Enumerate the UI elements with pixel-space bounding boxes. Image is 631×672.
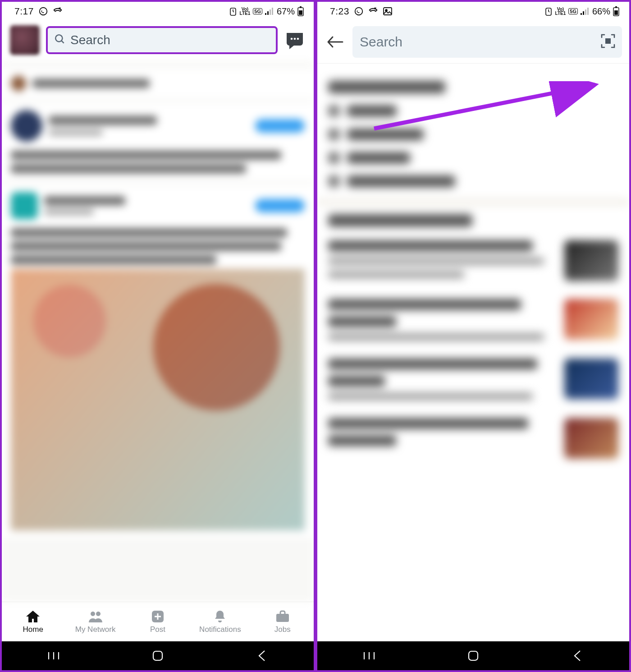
battery-icon	[613, 6, 619, 16]
android-recent-button[interactable]	[358, 651, 380, 660]
android-home-button[interactable]	[147, 650, 169, 662]
search-placeholder: Search	[360, 34, 402, 50]
nav-jobs[interactable]: Jobs	[251, 602, 314, 641]
svg-rect-16	[276, 614, 289, 622]
volte-icon: Vo)LTE1	[240, 7, 251, 15]
status-time: 7:23	[330, 6, 349, 17]
bottom-nav: Home My Network Post Notifications Jobs	[2, 602, 314, 641]
svg-rect-2	[265, 13, 266, 15]
network-icon	[87, 610, 104, 623]
nav-jobs-label: Jobs	[274, 625, 291, 634]
gallery-icon	[383, 7, 393, 16]
svg-rect-30	[614, 10, 618, 15]
svg-point-11	[294, 38, 296, 40]
android-nav-bar	[2, 641, 314, 670]
phone-screenshot-left: 7:17 Vo)LTE1 5G 67%	[0, 0, 316, 672]
whatsapp-icon	[38, 6, 48, 16]
bell-icon	[212, 610, 228, 623]
status-bar: 7:17 Vo)LTE1 5G 67%	[2, 2, 314, 21]
signal-icon	[265, 8, 274, 15]
messaging-icon[interactable]	[284, 31, 306, 49]
battery-percent: 66%	[592, 6, 610, 17]
svg-rect-8	[300, 6, 302, 8]
search-suggestions-blurred	[317, 64, 629, 641]
svg-rect-20	[153, 651, 162, 660]
missed-call-icon	[368, 6, 378, 16]
feed-blurred	[2, 61, 314, 602]
android-recent-button[interactable]	[43, 651, 64, 660]
android-back-button[interactable]	[251, 650, 273, 662]
search-input[interactable]: Search	[352, 26, 622, 58]
battery-icon	[297, 6, 304, 16]
post-icon	[150, 610, 166, 623]
battery-saver-icon	[544, 7, 553, 16]
android-nav-bar	[317, 641, 629, 670]
nav-post[interactable]: Post	[127, 602, 189, 641]
svg-point-13	[91, 612, 95, 616]
qr-scan-icon[interactable]	[600, 33, 616, 51]
nav-home[interactable]: Home	[2, 602, 64, 641]
svg-rect-3	[267, 11, 269, 15]
nav-network-label: My Network	[75, 625, 116, 634]
nav-post-label: Post	[150, 625, 165, 634]
svg-rect-32	[605, 38, 611, 44]
whatsapp-icon	[354, 6, 364, 16]
svg-rect-7	[299, 10, 302, 15]
profile-avatar[interactable]	[10, 25, 40, 55]
svg-rect-28	[587, 8, 589, 15]
svg-rect-36	[469, 651, 478, 660]
svg-point-0	[40, 8, 47, 15]
svg-rect-4	[270, 9, 271, 15]
svg-rect-26	[583, 11, 584, 15]
svg-point-9	[55, 35, 62, 41]
battery-saver-icon	[229, 7, 237, 16]
svg-rect-25	[581, 13, 582, 15]
network-5g-icon: 5G	[568, 8, 578, 14]
svg-rect-27	[585, 9, 586, 15]
status-bar: 7:23 Vo)LTE1 5G 66%	[317, 2, 629, 21]
svg-point-14	[96, 612, 101, 616]
search-header: Search	[317, 21, 629, 64]
missed-call-icon	[53, 6, 63, 16]
network-5g-icon: 5G	[253, 8, 262, 14]
phone-screenshot-right: 7:23 Vo)LTE1 5G 66%	[316, 0, 631, 672]
signal-icon	[581, 8, 590, 15]
android-home-button[interactable]	[462, 650, 484, 662]
svg-point-10	[291, 38, 293, 40]
nav-home-label: Home	[23, 625, 43, 634]
svg-point-21	[355, 8, 363, 15]
nav-notifications[interactable]: Notifications	[189, 602, 251, 641]
svg-rect-5	[272, 8, 273, 15]
app-header: Search	[2, 21, 314, 61]
volte-icon: Vo)LTE1	[555, 7, 566, 15]
home-icon	[25, 610, 41, 623]
nav-network[interactable]: My Network	[64, 602, 126, 641]
svg-rect-31	[615, 6, 617, 8]
search-placeholder: Search	[70, 33, 110, 47]
search-icon	[54, 33, 66, 47]
android-back-button[interactable]	[567, 650, 588, 662]
briefcase-icon	[274, 610, 291, 623]
svg-rect-22	[384, 8, 392, 15]
back-button[interactable]	[322, 29, 348, 55]
nav-notifications-label: Notifications	[199, 625, 241, 634]
status-time: 7:17	[14, 6, 34, 17]
search-bar-highlighted[interactable]: Search	[46, 26, 278, 54]
svg-point-12	[297, 38, 299, 40]
battery-percent: 67%	[277, 6, 295, 17]
